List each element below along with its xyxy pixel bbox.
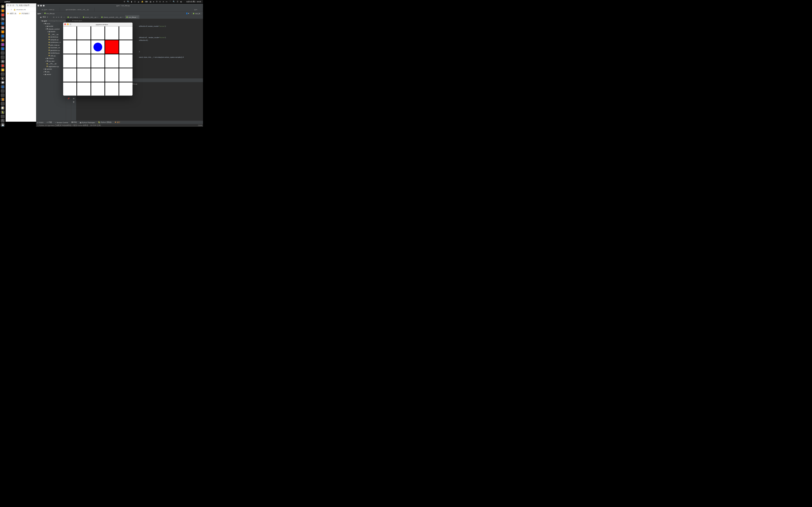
tree-row[interactable]: ⬣__init__.py [39, 33, 66, 36]
dock-app[interactable]: 🟧 [1, 30, 5, 34]
editor-tab[interactable]: ⬣grid_mdp.py× [66, 15, 82, 19]
dock-app[interactable]: 💾 [1, 123, 5, 127]
window-controls[interactable] [38, 5, 45, 6]
users-icon[interactable]: 👤▼ [186, 12, 190, 14]
editor-tab[interactable]: ⬣envs/__init__.py× [82, 15, 100, 19]
menubar-icon[interactable]: ⌨ [145, 1, 148, 3]
main-tab[interactable]: gym [189, 8, 203, 11]
menubar-icon[interactable]: ▭ [166, 1, 167, 3]
menubar-icon[interactable]: 🔍 [127, 1, 130, 3]
menubar-icon[interactable]: ☁ [138, 1, 139, 3]
forward-icon[interactable]: › [9, 8, 9, 10]
tree-row[interactable]: ▸▣spaces [39, 68, 66, 70]
crumb-file[interactable]: ⬣run_this.py [44, 12, 54, 14]
back-icon[interactable]: ‹ [7, 8, 7, 10]
tree-row[interactable]: ⬣cartpole.py [39, 38, 66, 41]
dock-app[interactable]: ⬛ [1, 72, 5, 76]
tool-button[interactable]: ▦ Python Packages [80, 121, 95, 123]
menubar-icon[interactable]: ▮ [131, 1, 132, 3]
dock-app[interactable]: 💬 [1, 81, 5, 84]
pin-icon[interactable]: 📌 [67, 98, 70, 100]
dock-app[interactable]: 🟦 [1, 34, 5, 38]
tree-row[interactable]: ▾▣envs [39, 22, 66, 25]
tree-row[interactable]: ⬣utils.py [39, 54, 66, 57]
tree-row[interactable]: ⬣__init__.py [39, 62, 66, 65]
dock-app[interactable]: ⬛ [1, 55, 5, 59]
print-icon[interactable]: 🖶 [73, 98, 75, 100]
dock-app[interactable]: 🟦 [1, 47, 5, 50]
tool-button[interactable]: ≡ TODO [37, 121, 43, 123]
dock-app[interactable]: 🔌 [1, 119, 5, 122]
menubar-icon[interactable]: ⊙ [159, 1, 161, 3]
collapse-icon[interactable]: ⇤ [58, 16, 59, 18]
menubar-icon[interactable]: A [163, 1, 164, 3]
trash-icon[interactable]: 🗑 [73, 101, 75, 103]
dock-app[interactable]: 📅 [1, 25, 5, 29]
menubar-icon[interactable]: ● [153, 1, 154, 3]
editor-tab[interactable]: ⬣classic_control/__init__.py× [100, 15, 125, 19]
dock-app[interactable]: 🟪 [1, 43, 5, 46]
menubar-icon[interactable]: ⌃ [169, 1, 171, 3]
target-icon[interactable]: ⊚ [53, 16, 54, 18]
browser-content[interactable] [6, 15, 37, 114]
tree-row[interactable]: ▸▣utils [39, 70, 66, 73]
tool-button[interactable]: ⚠ 问题 [47, 121, 52, 124]
tool-button[interactable]: ⑂ Version Control [55, 121, 68, 123]
window-controls[interactable] [7, 4, 14, 6]
menubar-icon[interactable]: ☰ [177, 1, 179, 3]
gear-icon[interactable]: ⚙ [61, 16, 62, 18]
dock-app[interactable]: 🟨 [1, 68, 5, 71]
tree-row[interactable]: ▸▣toy_text [39, 60, 66, 62]
menubar-icon[interactable]: ® [124, 1, 125, 3]
tree-row[interactable]: ⬣registration.py [39, 65, 66, 68]
tree-root[interactable]: ▾▣ gym ~/miniforge3/envs/gymlab/lib/pyth… [39, 19, 66, 22]
hide-icon[interactable]: — [63, 16, 65, 18]
dock-app[interactable]: 📝 [1, 106, 5, 110]
dock-app[interactable]: 🔴 [1, 64, 5, 67]
left-tool-gutter[interactable] [36, 15, 39, 121]
dock-app[interactable]: 🌀 [1, 85, 5, 89]
dock-app[interactable]: 📙 [1, 98, 5, 101]
tree-row[interactable]: ▸▣assets [39, 30, 66, 33]
dock-app[interactable]: ⬛ [1, 89, 5, 93]
browser-tab[interactable]: 🔍 机器人找金币 [16, 4, 29, 7]
main-tab[interactable]: gym-examples – envs/__init__.py [60, 8, 94, 11]
file-tree[interactable]: ▾▣ gym ~/miniforge3/envs/gymlab/lib/pyth… [39, 19, 66, 121]
app-name[interactable]: python [4, 1, 10, 3]
tree-row[interactable]: ▸▣box2d [39, 25, 66, 27]
main-tab[interactable]: py_gym – main.py [36, 8, 60, 11]
dock-app[interactable]: 🐍 [1, 110, 5, 114]
tree-row[interactable]: ⬣grid_mdp.py [39, 44, 66, 47]
tree-row[interactable]: ▸▣vector [39, 73, 66, 76]
bookmark-folder[interactable]: 📁 画图工具 [7, 12, 16, 15]
editor-tab[interactable]: ⬣run_this.py× [125, 15, 140, 19]
menubar-icon[interactable]: ◐ [181, 1, 182, 3]
menubar-icon[interactable]: 🔍 [173, 1, 175, 3]
tree-row[interactable]: ⬣acrobot.py [39, 36, 66, 38]
menubar-icon[interactable]: ⚲ [156, 1, 158, 3]
dock-app[interactable]: 🔶 [1, 38, 5, 42]
tree-row[interactable]: ⬣continuous_m [39, 41, 66, 44]
menubar-icon[interactable]: ⬡ [134, 1, 136, 3]
crumb-project[interactable]: gym [38, 12, 41, 14]
tree-row[interactable]: ▾▣classic_control [39, 27, 66, 31]
project-label[interactable]: 项目 [43, 16, 46, 18]
dock-app[interactable]: 🟥 [1, 13, 5, 17]
tree-row[interactable]: ⬣mountain_ca [39, 46, 66, 49]
tool-button[interactable]: 🐍 Python 控制台 [98, 121, 112, 124]
dock-app[interactable]: 🔘 [1, 59, 5, 63]
tree-row[interactable]: ⬣rendering.py [39, 52, 66, 54]
menubar-icon[interactable]: ▥ [150, 1, 151, 3]
reload-icon[interactable]: ⟳ [11, 8, 12, 10]
bookmark-folder[interactable]: 📁 开发辅助工 [19, 12, 30, 15]
tool-button[interactable]: ▶ 运行 [115, 121, 120, 124]
tool-button[interactable]: ▣ 终端 [71, 121, 77, 124]
menubar-icon[interactable]: 🔔 [141, 1, 144, 3]
dock-app[interactable]: 🟠 [1, 9, 5, 12]
dock-app[interactable]: 🧭 [1, 4, 5, 8]
dock-app[interactable] [1, 94, 5, 97]
url-bar[interactable]: 🔒 zhuanlan.zhi [13, 8, 26, 10]
tree-row[interactable]: ⬣pendulum.py [39, 49, 66, 52]
dock-app[interactable] [1, 102, 5, 106]
dock-app[interactable]: ⬛ [1, 51, 5, 55]
